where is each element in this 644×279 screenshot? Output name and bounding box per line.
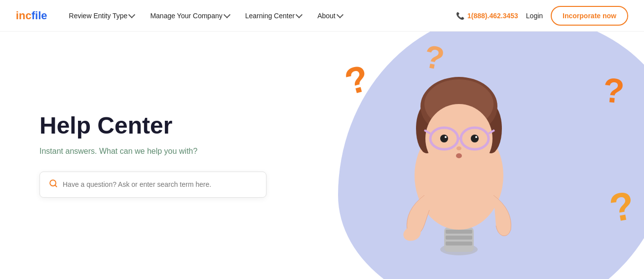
nav-right: 📞 1(888).462.3453 Login Incorporate now	[456, 6, 628, 26]
login-link[interactable]: Login	[526, 12, 543, 20]
search-input[interactable]	[63, 180, 257, 188]
search-icon	[49, 179, 58, 190]
question-mark-3: ?	[602, 70, 626, 111]
chevron-down-icon	[296, 11, 303, 18]
svg-point-27	[456, 153, 462, 158]
svg-line-1	[55, 185, 56, 186]
logo-file: file	[32, 9, 47, 22]
chevron-down-icon	[337, 11, 343, 18]
chevron-down-icon	[224, 11, 230, 18]
hero-left: Help Center Instant answers. What can we…	[0, 32, 326, 279]
svg-point-22	[440, 135, 448, 142]
svg-rect-4	[446, 230, 472, 234]
phone-link[interactable]: 📞 1(888).462.3453	[456, 12, 518, 20]
svg-rect-5	[446, 236, 472, 240]
nav-links: Review Entity Type Manage Your Company L…	[63, 8, 456, 24]
svg-point-23	[471, 135, 479, 142]
svg-point-25	[475, 136, 477, 138]
chevron-down-icon	[128, 11, 135, 18]
search-box[interactable]	[39, 172, 266, 198]
hero-title: Help Center	[39, 113, 296, 139]
incorporate-now-button[interactable]: Incorporate now	[551, 6, 628, 26]
navbar: incfile Review Entity Type Manage Your C…	[0, 0, 644, 32]
logo[interactable]: incfile	[16, 9, 47, 22]
question-mark-1: ?	[341, 57, 374, 104]
nav-item-manage-company[interactable]: Manage Your Company	[144, 8, 235, 24]
svg-rect-6	[446, 242, 472, 245]
logo-inc: inc	[16, 9, 32, 22]
phone-icon: 📞	[456, 12, 464, 20]
hero-right: ? ? ? ?	[326, 32, 644, 279]
hero-section: Help Center Instant answers. What can we…	[0, 32, 644, 279]
hero-subtitle: Instant answers. What can we help you wi…	[39, 147, 296, 156]
svg-point-24	[445, 136, 447, 138]
svg-point-26	[456, 146, 461, 150]
nav-item-learning-center[interactable]: Learning Center	[239, 8, 307, 24]
nav-item-about[interactable]: About	[311, 8, 348, 24]
nav-item-review-entity[interactable]: Review Entity Type	[63, 8, 141, 24]
character-illustration	[380, 57, 538, 264]
